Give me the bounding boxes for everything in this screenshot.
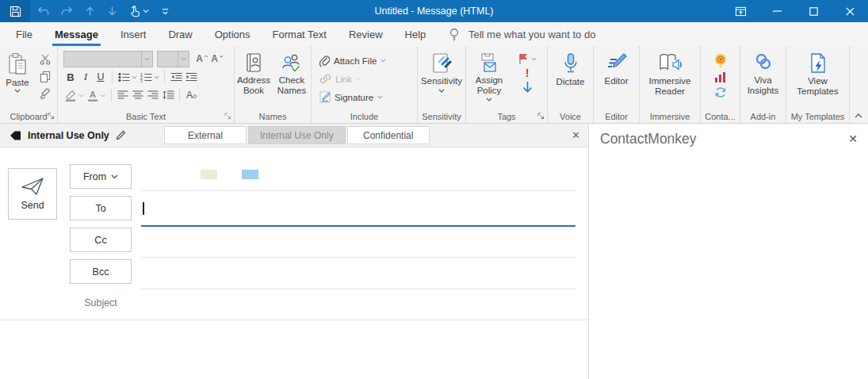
- increase-indent-button[interactable]: [184, 70, 198, 85]
- copy-icon[interactable]: [40, 71, 51, 82]
- cut-icon[interactable]: [40, 54, 51, 65]
- chevron-down-icon: [486, 98, 492, 101]
- align-right-button[interactable]: [146, 88, 160, 103]
- numbered-list-icon: 123: [140, 72, 152, 82]
- chevron-down-icon: [531, 57, 537, 61]
- subject-field-underline[interactable]: [0, 320, 588, 320]
- tracking-chart-icon[interactable]: [714, 71, 727, 82]
- tell-me-search[interactable]: Tell me what you want to do: [449, 22, 595, 46]
- paste-label: Paste: [6, 78, 29, 87]
- to-button[interactable]: To: [70, 196, 132, 220]
- tab-message[interactable]: Message: [44, 22, 109, 46]
- cc-field-underline[interactable]: [141, 257, 575, 258]
- redo-icon[interactable]: [61, 6, 73, 17]
- caret-up-icon: [204, 55, 208, 58]
- tab-file[interactable]: File: [5, 22, 44, 46]
- italic-button[interactable]: I: [78, 70, 93, 85]
- shrink-font-button[interactable]: A: [210, 52, 224, 67]
- contactmonkey-panel-close-icon[interactable]: ✕: [848, 132, 858, 145]
- tab-format-text[interactable]: Format Text: [262, 22, 338, 46]
- sensitivity-option-internal-use-only[interactable]: Internal Use Only: [248, 126, 346, 144]
- bold-button[interactable]: B: [63, 70, 78, 85]
- view-templates-button[interactable]: View Templates: [786, 46, 849, 97]
- contactmonkey-panel-title: ContactMonkey: [600, 131, 697, 147]
- tags-dialog-launcher-icon[interactable]: [537, 113, 545, 120]
- immersive-reader-button[interactable]: Immersive Reader: [640, 46, 700, 97]
- numbering-button[interactable]: 123: [139, 70, 160, 85]
- attach-file-button[interactable]: Attach File: [319, 53, 417, 68]
- close-button[interactable]: [832, 0, 868, 22]
- to-field-underline-focused[interactable]: [141, 225, 575, 227]
- chevron-down-icon: [438, 89, 445, 93]
- font-name-combobox[interactable]: [63, 51, 153, 67]
- signature-button[interactable]: Signature: [319, 90, 417, 105]
- cc-button[interactable]: Cc: [70, 228, 132, 252]
- editor-button[interactable]: Editor: [594, 46, 639, 86]
- high-importance-button[interactable]: !: [526, 68, 530, 78]
- save-button[interactable]: [0, 0, 30, 22]
- font-color-button[interactable]: A: [85, 88, 107, 103]
- sync-icon[interactable]: [714, 86, 727, 98]
- group-label-sensitivity: Sensitivity: [418, 112, 465, 121]
- contactmonkey-logo-icon[interactable]: [713, 53, 728, 67]
- caret-down-icon: [219, 55, 224, 58]
- customize-quick-access-icon[interactable]: [161, 7, 170, 16]
- follow-up-flag-button[interactable]: [518, 53, 537, 65]
- grow-font-button[interactable]: A: [195, 52, 209, 67]
- bullets-button[interactable]: [117, 70, 138, 85]
- ribbon-group-contactmonkey: Conta...: [701, 46, 740, 123]
- immersive-reader-label: Immersive Reader: [645, 76, 694, 97]
- chevron-down-icon: [356, 77, 361, 81]
- low-importance-arrow-icon[interactable]: [522, 81, 533, 93]
- clear-formatting-button[interactable]: A: [184, 88, 198, 103]
- decrease-indent-button[interactable]: [169, 70, 183, 85]
- undo-icon[interactable]: [37, 6, 49, 17]
- minimize-button[interactable]: [759, 0, 795, 22]
- tab-help[interactable]: Help: [394, 22, 438, 46]
- collapse-ribbon-icon[interactable]: [855, 113, 862, 118]
- text-highlight-button[interactable]: [63, 88, 84, 103]
- sensitivity-label: Sensitivity: [421, 76, 462, 86]
- chevron-down-icon: [377, 95, 383, 99]
- ribbon-display-options-button[interactable]: [722, 0, 759, 22]
- edit-pencil-icon[interactable]: [116, 130, 126, 140]
- sensitivity-bar-close-icon[interactable]: ✕: [572, 124, 580, 147]
- from-button[interactable]: From: [70, 164, 132, 189]
- font-size-combobox[interactable]: [157, 51, 189, 67]
- editor-icon: [606, 52, 627, 74]
- touch-mouse-mode-button[interactable]: [129, 6, 149, 17]
- sensitivity-option-confidential[interactable]: Confidential: [347, 126, 430, 144]
- ribbon-group-basic-text: A A B I U 123 A: [58, 46, 235, 123]
- underline-button[interactable]: U: [94, 70, 108, 85]
- move-down-icon[interactable]: [107, 6, 117, 17]
- microphone-icon: [561, 52, 580, 75]
- subject-label: Subject: [70, 297, 132, 308]
- move-up-icon[interactable]: [85, 6, 95, 17]
- line-spacing-button[interactable]: [161, 88, 175, 103]
- from-field-underline[interactable]: [141, 190, 575, 191]
- address-book-icon: [244, 52, 263, 73]
- dictate-button[interactable]: Dictate: [548, 46, 593, 87]
- tab-draw[interactable]: Draw: [157, 22, 203, 46]
- bcc-field-underline[interactable]: [141, 289, 575, 289]
- clipboard-dialog-launcher-icon[interactable]: [48, 113, 55, 120]
- bcc-button[interactable]: Bcc: [70, 259, 132, 284]
- chevron-down-icon: [111, 174, 118, 179]
- align-center-button[interactable]: [131, 88, 145, 103]
- tab-review[interactable]: Review: [338, 22, 394, 46]
- basic-text-dialog-launcher-icon[interactable]: [224, 113, 231, 120]
- format-painter-icon[interactable]: [40, 88, 51, 100]
- sensitivity-option-external[interactable]: External: [164, 126, 247, 144]
- send-button[interactable]: Send: [8, 168, 57, 220]
- viva-insights-button[interactable]: Viva Insights: [740, 46, 786, 96]
- tab-options[interactable]: Options: [204, 22, 262, 46]
- group-label-tags: Tags: [466, 112, 547, 121]
- maximize-button[interactable]: [795, 0, 832, 22]
- tab-insert[interactable]: Insert: [109, 22, 158, 46]
- sensitivity-button[interactable]: Sensitivity: [418, 46, 465, 93]
- chevron-down-icon: [132, 75, 137, 79]
- align-left-button[interactable]: [116, 88, 130, 103]
- cc-label: Cc: [94, 235, 106, 246]
- lightbulb-icon: [449, 28, 460, 41]
- view-templates-label: View Templates: [793, 76, 843, 97]
